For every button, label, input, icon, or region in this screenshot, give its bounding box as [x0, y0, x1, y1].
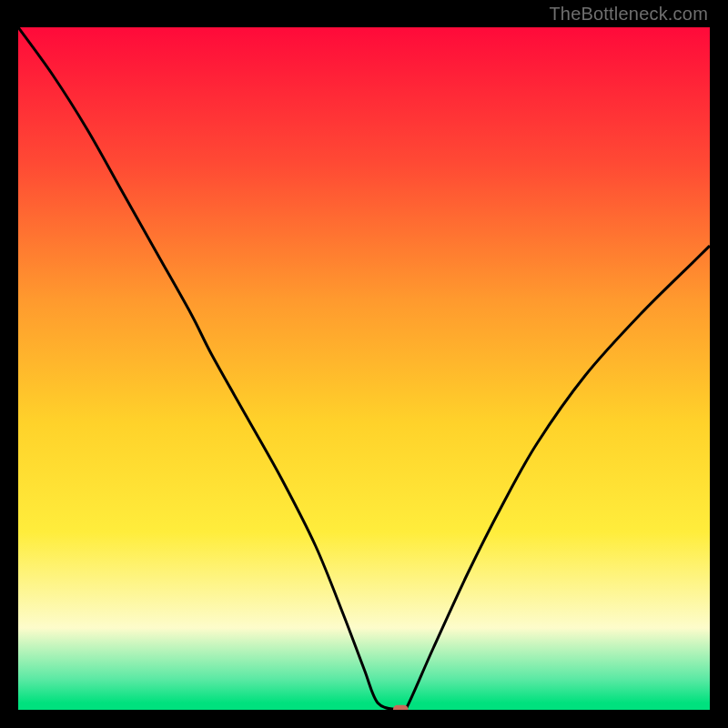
- watermark-text: TheBottleneck.com: [549, 4, 708, 25]
- plot-area: [18, 27, 710, 710]
- sweet-spot-marker: [393, 705, 409, 710]
- chart-svg: [18, 27, 710, 710]
- gradient-background: [18, 27, 710, 710]
- chart-frame: TheBottleneck.com: [0, 0, 728, 728]
